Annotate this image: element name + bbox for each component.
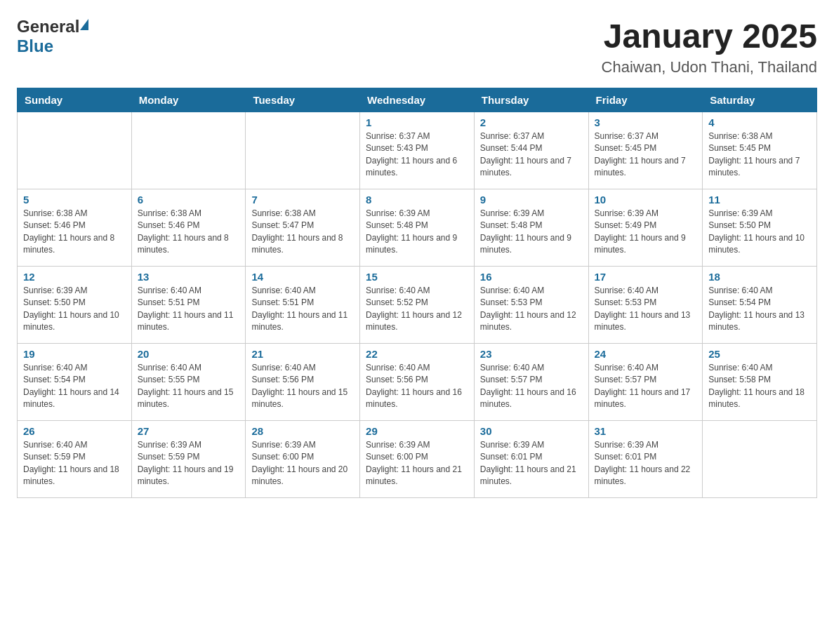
calendar-week-row: 26Sunrise: 6:40 AM Sunset: 5:59 PM Dayli… [18,421,817,498]
calendar-cell: 3Sunrise: 6:37 AM Sunset: 5:45 PM Daylig… [588,112,703,189]
day-number: 11 [708,194,811,206]
calendar-cell [246,112,360,189]
day-number: 26 [23,425,126,437]
day-number: 22 [366,348,468,360]
calendar-cell [131,112,246,189]
calendar-cell: 2Sunrise: 6:37 AM Sunset: 5:44 PM Daylig… [474,112,588,189]
calendar-cell: 7Sunrise: 6:38 AM Sunset: 5:47 PM Daylig… [246,189,360,267]
calendar-week-row: 19Sunrise: 6:40 AM Sunset: 5:54 PM Dayli… [18,344,817,421]
day-number: 13 [138,271,240,283]
day-number: 29 [366,425,468,437]
calendar-cell: 22Sunrise: 6:40 AM Sunset: 5:56 PM Dayli… [360,344,475,421]
logo-triangle-icon [80,19,88,30]
day-info: Sunrise: 6:40 AM Sunset: 5:55 PM Dayligh… [138,362,240,411]
calendar-header-sunday: Sunday [18,88,132,112]
day-info: Sunrise: 6:40 AM Sunset: 5:51 PM Dayligh… [138,285,240,334]
calendar-cell: 13Sunrise: 6:40 AM Sunset: 5:51 PM Dayli… [131,267,246,344]
day-info: Sunrise: 6:38 AM Sunset: 5:45 PM Dayligh… [708,130,811,180]
day-number: 6 [138,194,240,206]
day-number: 30 [480,425,583,437]
day-info: Sunrise: 6:37 AM Sunset: 5:44 PM Dayligh… [480,130,583,180]
calendar-cell: 31Sunrise: 6:39 AM Sunset: 6:01 PM Dayli… [588,421,703,498]
day-number: 21 [251,348,354,360]
day-info: Sunrise: 6:40 AM Sunset: 5:57 PM Dayligh… [595,362,697,411]
calendar-cell: 5Sunrise: 6:38 AM Sunset: 5:46 PM Daylig… [18,189,132,267]
calendar-cell: 29Sunrise: 6:39 AM Sunset: 6:00 PM Dayli… [360,421,475,498]
day-number: 7 [251,194,354,206]
calendar-header-monday: Monday [131,88,246,112]
day-number: 17 [595,271,697,283]
calendar-header-wednesday: Wednesday [360,88,475,112]
day-info: Sunrise: 6:40 AM Sunset: 5:57 PM Dayligh… [480,362,583,411]
day-info: Sunrise: 6:40 AM Sunset: 5:58 PM Dayligh… [708,362,811,411]
day-info: Sunrise: 6:39 AM Sunset: 6:00 PM Dayligh… [366,439,468,488]
day-number: 2 [480,116,583,128]
day-number: 24 [595,348,697,360]
logo: General Blue [17,17,88,56]
day-number: 8 [366,194,468,206]
day-number: 20 [138,348,240,360]
calendar-cell: 12Sunrise: 6:39 AM Sunset: 5:50 PM Dayli… [18,267,132,344]
day-number: 14 [251,271,354,283]
calendar-cell: 23Sunrise: 6:40 AM Sunset: 5:57 PM Dayli… [474,344,588,421]
title-section: January 2025 Chaiwan, Udon Thani, Thaila… [602,17,817,76]
day-info: Sunrise: 6:39 AM Sunset: 5:50 PM Dayligh… [23,285,126,334]
day-number: 19 [23,348,126,360]
calendar-header-row: SundayMondayTuesdayWednesdayThursdayFrid… [18,88,817,112]
day-info: Sunrise: 6:39 AM Sunset: 6:00 PM Dayligh… [251,439,354,488]
day-info: Sunrise: 6:39 AM Sunset: 5:48 PM Dayligh… [366,208,468,257]
calendar-cell: 8Sunrise: 6:39 AM Sunset: 5:48 PM Daylig… [360,189,475,267]
day-info: Sunrise: 6:40 AM Sunset: 5:59 PM Dayligh… [23,439,126,488]
day-info: Sunrise: 6:40 AM Sunset: 5:56 PM Dayligh… [366,362,468,411]
day-info: Sunrise: 6:40 AM Sunset: 5:53 PM Dayligh… [595,285,697,334]
day-number: 10 [595,194,697,206]
calendar-header-tuesday: Tuesday [246,88,360,112]
calendar-cell: 21Sunrise: 6:40 AM Sunset: 5:56 PM Dayli… [246,344,360,421]
day-info: Sunrise: 6:39 AM Sunset: 5:48 PM Dayligh… [480,208,583,257]
calendar-header-saturday: Saturday [703,88,817,112]
calendar-cell: 9Sunrise: 6:39 AM Sunset: 5:48 PM Daylig… [474,189,588,267]
day-number: 15 [366,271,468,283]
calendar-cell [703,421,817,498]
day-number: 1 [366,116,468,128]
day-info: Sunrise: 6:40 AM Sunset: 5:51 PM Dayligh… [251,285,354,334]
page-header: General Blue January 2025 Chaiwan, Udon … [17,17,817,76]
day-number: 5 [23,194,126,206]
logo-general-text: General [17,17,79,36]
day-number: 3 [595,116,697,128]
calendar-cell: 20Sunrise: 6:40 AM Sunset: 5:55 PM Dayli… [131,344,246,421]
calendar-title: January 2025 [602,17,817,55]
calendar-subtitle: Chaiwan, Udon Thani, Thailand [602,58,817,76]
day-info: Sunrise: 6:37 AM Sunset: 5:45 PM Dayligh… [595,130,697,180]
day-number: 16 [480,271,583,283]
day-number: 23 [480,348,583,360]
calendar-week-row: 1Sunrise: 6:37 AM Sunset: 5:43 PM Daylig… [18,112,817,189]
day-info: Sunrise: 6:39 AM Sunset: 5:49 PM Dayligh… [595,208,697,257]
calendar-week-row: 5Sunrise: 6:38 AM Sunset: 5:46 PM Daylig… [18,189,817,267]
day-number: 18 [708,271,811,283]
day-info: Sunrise: 6:40 AM Sunset: 5:54 PM Dayligh… [23,362,126,411]
calendar-cell: 17Sunrise: 6:40 AM Sunset: 5:53 PM Dayli… [588,267,703,344]
calendar-cell: 16Sunrise: 6:40 AM Sunset: 5:53 PM Dayli… [474,267,588,344]
calendar-cell: 1Sunrise: 6:37 AM Sunset: 5:43 PM Daylig… [360,112,475,189]
day-info: Sunrise: 6:38 AM Sunset: 5:46 PM Dayligh… [23,208,126,257]
day-info: Sunrise: 6:40 AM Sunset: 5:54 PM Dayligh… [708,285,811,334]
day-number: 31 [595,425,697,437]
calendar-cell: 6Sunrise: 6:38 AM Sunset: 5:46 PM Daylig… [131,189,246,267]
calendar-cell: 10Sunrise: 6:39 AM Sunset: 5:49 PM Dayli… [588,189,703,267]
day-info: Sunrise: 6:38 AM Sunset: 5:46 PM Dayligh… [138,208,240,257]
day-info: Sunrise: 6:40 AM Sunset: 5:53 PM Dayligh… [480,285,583,334]
calendar-cell: 19Sunrise: 6:40 AM Sunset: 5:54 PM Dayli… [18,344,132,421]
day-number: 28 [251,425,354,437]
day-info: Sunrise: 6:40 AM Sunset: 5:52 PM Dayligh… [366,285,468,334]
day-info: Sunrise: 6:37 AM Sunset: 5:43 PM Dayligh… [366,130,468,180]
calendar-table: SundayMondayTuesdayWednesdayThursdayFrid… [17,88,817,498]
calendar-cell: 27Sunrise: 6:39 AM Sunset: 5:59 PM Dayli… [131,421,246,498]
day-info: Sunrise: 6:39 AM Sunset: 6:01 PM Dayligh… [595,439,697,488]
day-info: Sunrise: 6:38 AM Sunset: 5:47 PM Dayligh… [251,208,354,257]
logo-blue-text: Blue [17,36,53,56]
calendar-header-thursday: Thursday [474,88,588,112]
day-number: 9 [480,194,583,206]
day-number: 4 [708,116,811,128]
day-info: Sunrise: 6:39 AM Sunset: 6:01 PM Dayligh… [480,439,583,488]
